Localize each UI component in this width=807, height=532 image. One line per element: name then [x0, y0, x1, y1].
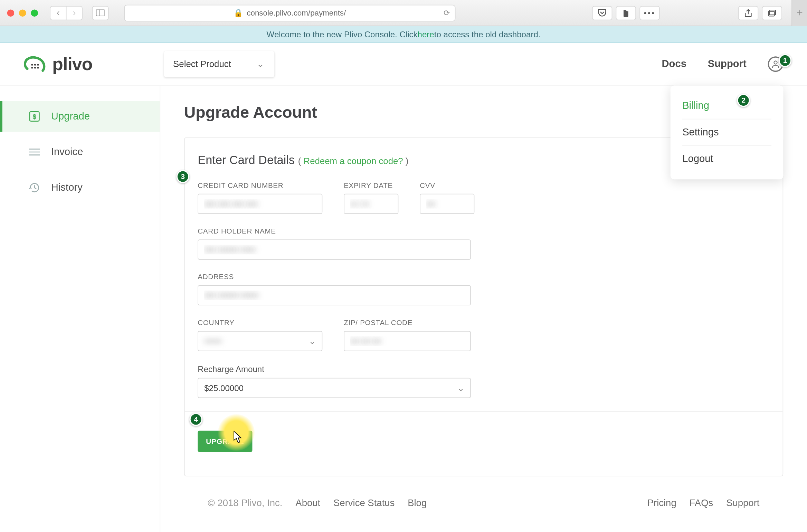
- user-menu: Billing 2 Settings Logout: [671, 86, 784, 180]
- svg-point-7: [31, 67, 33, 68]
- close-window-icon[interactable]: [7, 9, 15, 17]
- sidebar-item-label: Upgrade: [51, 111, 90, 122]
- back-button[interactable]: ‹: [50, 6, 66, 20]
- svg-text:$: $: [32, 113, 36, 120]
- evernote-button[interactable]: [616, 6, 636, 20]
- invoice-icon: [29, 146, 40, 158]
- step-badge-2: 2: [737, 94, 750, 107]
- svg-point-9: [37, 67, 39, 68]
- sidebar-item-upgrade[interactable]: $ Upgrade: [0, 101, 160, 132]
- browser-chrome: ‹ › 🔒 console.plivo.com/payments/ ⟳ •••: [0, 0, 807, 26]
- label-expiry: EXPIRY DATE: [344, 181, 398, 189]
- logo[interactable]: plivo: [24, 54, 93, 74]
- footer: © 2018 Plivo, Inc. About Service Status …: [184, 488, 783, 518]
- tabs-button[interactable]: [762, 6, 782, 20]
- label-country: COUNTRY: [198, 318, 322, 326]
- sidebar-item-history[interactable]: History: [0, 172, 160, 203]
- label-recharge: Recharge Amount: [198, 364, 471, 374]
- user-menu-button[interactable]: 1: [768, 56, 784, 72]
- window-controls: [7, 9, 38, 17]
- banner-text-prefix: Welcome to the new Plivo Console. Click: [267, 29, 418, 39]
- menu-item-settings[interactable]: Settings: [682, 121, 771, 144]
- sidebar-item-invoice[interactable]: Invoice: [0, 136, 160, 167]
- chevron-down-icon: ⌄: [309, 336, 316, 346]
- payment-card: 3 Enter Card Details ( Redeem a coupon c…: [184, 137, 783, 476]
- upgrade-button[interactable]: UPGRADE: [198, 430, 252, 452]
- step-badge-4: 4: [189, 413, 202, 426]
- url-text: console.plivo.com/payments/: [247, 8, 346, 17]
- address-input[interactable]: [198, 285, 471, 305]
- holder-input[interactable]: [198, 239, 471, 259]
- chevron-down-icon: ⌄: [257, 58, 264, 69]
- cc-number-input[interactable]: [198, 193, 322, 213]
- menu-item-billing[interactable]: Billing 2: [682, 94, 771, 118]
- share-button[interactable]: [738, 6, 758, 20]
- recharge-select[interactable]: $25.00000 ⌄: [198, 378, 471, 398]
- recharge-value: $25.00000: [204, 383, 244, 393]
- svg-point-10: [774, 61, 777, 64]
- step-badge-1: 1: [779, 54, 792, 67]
- svg-point-8: [34, 67, 36, 68]
- url-bar[interactable]: 🔒 console.plivo.com/payments/ ⟳: [124, 4, 455, 21]
- new-tab-button[interactable]: ＋: [791, 0, 807, 26]
- footer-blog[interactable]: Blog: [408, 498, 427, 509]
- menu-separator: [682, 119, 771, 120]
- step-badge-3: 3: [177, 170, 190, 183]
- banner-link[interactable]: here: [418, 29, 434, 39]
- expiry-input[interactable]: [344, 193, 398, 213]
- info-banner: Welcome to the new Plivo Console. Click …: [0, 26, 807, 43]
- more-button[interactable]: •••: [639, 6, 659, 20]
- redeem-coupon-link[interactable]: Redeem a coupon code?: [304, 155, 403, 165]
- footer-faqs[interactable]: FAQs: [690, 498, 713, 509]
- forward-button[interactable]: ›: [66, 6, 83, 20]
- upgrade-icon: $: [29, 111, 40, 122]
- minimize-window-icon[interactable]: [19, 9, 26, 17]
- footer-support[interactable]: Support: [726, 498, 759, 509]
- footer-pricing[interactable]: Pricing: [647, 498, 676, 509]
- pocket-button[interactable]: [592, 6, 612, 20]
- sidebar: $ Upgrade Invoice History: [0, 86, 160, 532]
- maximize-window-icon[interactable]: [31, 9, 38, 17]
- app-header: plivo Select Product ⌄ Docs Support 1 Bi…: [0, 43, 807, 86]
- nav-support[interactable]: Support: [708, 58, 747, 70]
- footer-about[interactable]: About: [295, 498, 320, 509]
- sidebar-item-label: Invoice: [51, 146, 83, 158]
- country-select[interactable]: ••••••⌄: [198, 331, 322, 351]
- label-zip: ZIP/ POSTAL CODE: [344, 318, 471, 326]
- product-select-label: Select Product: [173, 59, 231, 69]
- label-holder: CARD HOLDER NAME: [198, 227, 471, 235]
- zip-input[interactable]: [344, 331, 471, 351]
- label-cc: CREDIT CARD NUMBER: [198, 181, 322, 189]
- reload-icon[interactable]: ⟳: [444, 8, 450, 17]
- nav-docs[interactable]: Docs: [662, 58, 686, 70]
- svg-point-6: [37, 64, 39, 65]
- label-address: ADDRESS: [198, 273, 471, 281]
- label-cvv: CVV: [420, 181, 474, 189]
- sidebar-toggle-button[interactable]: [92, 6, 108, 20]
- banner-text-suffix: to access the old dashboard.: [434, 29, 541, 39]
- menu-item-logout[interactable]: Logout: [682, 147, 771, 171]
- logo-text: plivo: [52, 54, 92, 74]
- svg-point-4: [31, 64, 33, 65]
- logo-icon: [24, 54, 46, 73]
- chevron-down-icon: ⌄: [457, 383, 465, 393]
- svg-point-5: [34, 64, 36, 65]
- footer-copyright: © 2018 Plivo, Inc.: [208, 498, 283, 509]
- sidebar-item-label: History: [51, 182, 83, 193]
- menu-separator: [682, 145, 771, 146]
- svg-rect-0: [96, 10, 104, 16]
- product-select[interactable]: Select Product ⌄: [164, 51, 274, 77]
- cvv-input[interactable]: [420, 193, 474, 213]
- footer-status[interactable]: Service Status: [333, 498, 395, 509]
- history-icon: [29, 182, 40, 193]
- lock-icon: 🔒: [234, 8, 243, 17]
